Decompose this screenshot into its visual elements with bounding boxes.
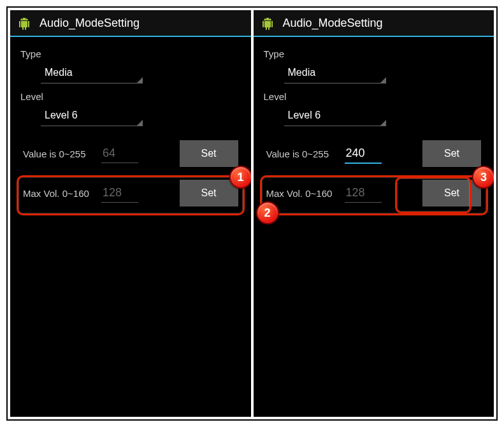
maxvol-row: Max Vol. 0~160 Set bbox=[264, 173, 484, 213]
level-spinner[interactable]: Level 6 bbox=[41, 105, 143, 126]
value-label: Value is 0~255 bbox=[266, 148, 340, 159]
level-spinner[interactable]: Level 6 bbox=[284, 105, 386, 126]
screenshot-pair: Audio_ModeSetting Type Media Level Level… bbox=[6, 6, 498, 421]
value-set-button[interactable]: Set bbox=[422, 140, 481, 167]
svg-point-3 bbox=[268, 18, 269, 19]
annotation-badge-3: 3 bbox=[472, 166, 494, 189]
value-row: Value is 0~255 Set bbox=[264, 134, 484, 173]
titlebar: Audio_ModeSetting bbox=[254, 10, 494, 37]
content: Type Media Level Level 6 Value is 0~255 … bbox=[254, 37, 494, 219]
svg-point-0 bbox=[22, 18, 23, 19]
app-title: Audio_ModeSetting bbox=[283, 17, 383, 30]
android-icon bbox=[260, 15, 275, 31]
maxvol-set-button[interactable]: Set bbox=[180, 180, 238, 206]
annotation-badge-2: 2 bbox=[256, 201, 279, 224]
value-set-button[interactable]: Set bbox=[180, 140, 238, 167]
screen-right: Audio_ModeSetting Type Media Level Level… bbox=[254, 10, 494, 417]
android-icon bbox=[17, 15, 32, 31]
type-spinner[interactable]: Media bbox=[284, 62, 386, 83]
content: Type Media Level Level 6 Value is 0~255 … bbox=[10, 37, 251, 219]
type-label: Type bbox=[264, 48, 484, 59]
svg-point-1 bbox=[25, 18, 26, 19]
maxvol-input[interactable] bbox=[345, 184, 382, 203]
type-spinner[interactable]: Media bbox=[41, 62, 143, 83]
maxvol-input[interactable] bbox=[101, 184, 138, 203]
level-label: Level bbox=[264, 91, 484, 102]
titlebar: Audio_ModeSetting bbox=[10, 10, 251, 37]
value-row: Value is 0~255 Set bbox=[20, 134, 241, 173]
value-input[interactable] bbox=[101, 144, 138, 163]
app-title: Audio_ModeSetting bbox=[40, 17, 140, 30]
value-label: Value is 0~255 bbox=[23, 148, 96, 159]
maxvol-row: Max Vol. 0~160 Set bbox=[20, 173, 241, 213]
svg-point-2 bbox=[265, 18, 266, 19]
type-label: Type bbox=[20, 48, 241, 59]
screen-left: Audio_ModeSetting Type Media Level Level… bbox=[10, 10, 251, 417]
maxvol-label: Max Vol. 0~160 bbox=[266, 188, 340, 199]
value-input[interactable] bbox=[345, 144, 382, 164]
annotation-badge-1: 1 bbox=[229, 166, 251, 189]
maxvol-label: Max Vol. 0~160 bbox=[23, 188, 96, 199]
level-label: Level bbox=[20, 91, 241, 102]
maxvol-set-button[interactable]: Set bbox=[422, 180, 481, 206]
